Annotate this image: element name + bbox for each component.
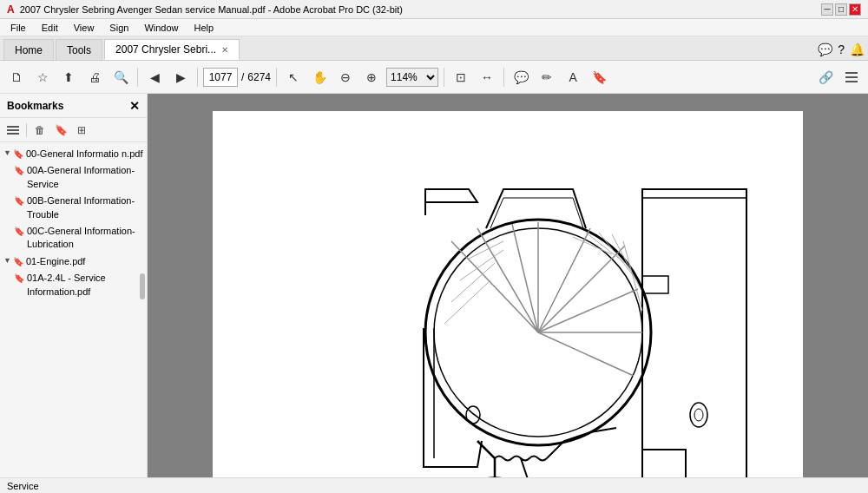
sidebar-expand-button[interactable]: ⊞ [72, 121, 91, 140]
close-button[interactable]: ✕ [849, 3, 861, 16]
sep2 [197, 68, 198, 87]
svg-rect-4 [7, 129, 19, 131]
comment-button[interactable]: 💬 [510, 66, 532, 89]
statusbar-text: Service [7, 481, 39, 491]
sep1 [137, 68, 138, 87]
bookmark-icon-01a: 🔖 [14, 273, 24, 285]
page-number-input[interactable] [203, 68, 238, 87]
bookmarks-list: ▼ 🔖 00-General Informatio n.pdf 🔖 00A-Ge… [0, 142, 147, 493]
bookmark-label-general-info: 00-General Informatio n.pdf [26, 148, 143, 161]
titlebar-text: 2007 Chrysler Sebring Avenger Sedan serv… [20, 4, 403, 15]
menu-window[interactable]: Window [137, 21, 185, 35]
bookmark-icon-00b: 🔖 [14, 195, 24, 207]
sidebar-title: Bookmarks [7, 100, 63, 112]
bookmark-item-00a[interactable]: 🔖 00A-General Information-Service [10, 162, 147, 193]
collapse-arrow-engine[interactable]: ▼ [3, 255, 11, 266]
sidebar-toolbar-sep [26, 123, 27, 137]
menu-view[interactable]: View [67, 21, 102, 35]
bookmark-item-00c[interactable]: 🔖 00C-General Information-Lubrication [10, 223, 147, 253]
bookmark-item-engine[interactable]: ▼ 🔖 01-Engine.pdf [0, 253, 147, 270]
sidebar-collapse-handle[interactable]: ◀ [147, 280, 148, 306]
print-button[interactable]: 🖨 [83, 66, 106, 89]
menu-sign[interactable]: Sign [102, 21, 135, 35]
notifications-icon[interactable]: 🔔 [850, 43, 865, 56]
fit-width-button[interactable]: ↔ [476, 66, 498, 89]
svg-rect-5 [7, 133, 19, 135]
stamp-button[interactable]: 🔖 [588, 66, 610, 89]
tabbar-right: 💬 ? 🔔 [818, 43, 865, 60]
app-icon: A [7, 3, 15, 16]
menu-file[interactable]: File [3, 21, 33, 35]
select-tool-button[interactable]: ↖ [282, 66, 305, 89]
bookmark-label-00a: 00A-General Information-Service [27, 164, 143, 191]
help-icon[interactable]: ? [838, 43, 845, 56]
sep5 [503, 68, 504, 87]
zoom-select[interactable]: 114% 50% 75% 100% 125% 150% 200% [386, 68, 438, 87]
new-document-button[interactable]: 🗋 [5, 66, 28, 89]
draw-button[interactable]: ✏ [536, 66, 558, 89]
attach-button[interactable]: ⬆ [57, 66, 80, 89]
sidebar: Bookmarks ✕ 🗑 🔖 ⊞ ▼ 🔖 00-General Informa… [0, 94, 148, 493]
find-button[interactable]: 🔍 [109, 66, 132, 89]
pdf-viewer-area[interactable]: 9309-47 [148, 94, 868, 493]
page-navigation: / 6274 [203, 68, 271, 87]
toolbar-right: 🔗 [814, 66, 863, 89]
svg-rect-6 [226, 120, 790, 493]
bookmark-folder-icon: 🔖 [13, 148, 23, 161]
bookmark-icon-00a: 🔖 [14, 165, 24, 177]
bookmark-folder-icon-engine: 🔖 [13, 256, 23, 268]
sep3 [276, 68, 277, 87]
tab-close-button[interactable]: ✕ [221, 45, 228, 55]
tab-tools[interactable]: Tools [56, 39, 102, 60]
sidebar-menu-button[interactable] [3, 121, 23, 140]
pdf-illustration: 9309-47 [226, 120, 790, 493]
bookmark-label-00c: 00C-General Information-Lubrication [27, 225, 143, 252]
titlebar: A 2007 Chrysler Sebring Avenger Sedan se… [0, 0, 868, 19]
menu-edit[interactable]: Edit [35, 21, 65, 35]
page-total: 6274 [247, 71, 271, 83]
titlebar-controls[interactable]: ─ □ ✕ [821, 3, 861, 16]
tab-home[interactable]: Home [3, 39, 54, 60]
sidebar-scrollbar-thumb[interactable] [140, 273, 145, 299]
main-content: Bookmarks ✕ 🗑 🔖 ⊞ ▼ 🔖 00-General Informa… [0, 94, 868, 493]
sidebar-delete-button[interactable]: 🗑 [30, 121, 49, 140]
bookmark-label-engine: 01-Engine.pdf [26, 255, 86, 268]
svg-rect-0 [845, 72, 858, 74]
maximize-button[interactable]: □ [835, 3, 847, 16]
fit-page-button[interactable]: ⊡ [450, 66, 472, 89]
zoom-in-button[interactable]: ⊕ [360, 66, 383, 89]
bookmark-icon-00c: 🔖 [14, 226, 24, 238]
hand-tool-button[interactable]: ✋ [308, 66, 331, 89]
zoom-out-button[interactable]: ⊖ [334, 66, 357, 89]
bookmark-item-01a[interactable]: 🔖 01A-2.4L - Service Information.pdf [10, 270, 147, 300]
menubar: File Edit View Sign Window Help [0, 19, 868, 36]
tab-tools-label: Tools [67, 44, 91, 56]
sidebar-left-icons[interactable] [840, 66, 863, 89]
svg-rect-1 [845, 76, 858, 78]
bookmark-item-general-info[interactable]: ▼ 🔖 00-General Informatio n.pdf [0, 146, 147, 162]
minimize-button[interactable]: ─ [821, 3, 833, 16]
comments-icon[interactable]: 💬 [818, 43, 832, 56]
statusbar: Service [0, 477, 868, 493]
toolbar: 🗋 ☆ ⬆ 🖨 🔍 ◀ ▶ / 6274 ↖ ✋ ⊖ ⊕ 114% 50% 75… [0, 61, 868, 94]
highlight-button[interactable]: A [562, 66, 584, 89]
tab-document[interactable]: 2007 Chrysler Sebri... ✕ [104, 39, 240, 60]
bookmark-label-01a: 01A-2.4L - Service Information.pdf [27, 272, 143, 299]
bookmark-star-button[interactable]: ☆ [31, 66, 54, 89]
menu-help[interactable]: Help [187, 21, 221, 35]
page-separator: / [241, 71, 244, 83]
sidebar-toolbar: 🗑 🔖 ⊞ [0, 118, 147, 142]
sidebar-close-button[interactable]: ✕ [129, 99, 140, 113]
collapse-arrow-general[interactable]: ▼ [3, 148, 11, 159]
next-view-button[interactable]: ▶ [169, 66, 192, 89]
sidebar-bookmark-button[interactable]: 🔖 [51, 121, 70, 140]
share-button[interactable]: 🔗 [814, 66, 837, 89]
sep4 [444, 68, 444, 87]
sidebar-header: Bookmarks ✕ [0, 94, 147, 118]
tabbar: Home Tools 2007 Chrysler Sebri... ✕ 💬 ? … [0, 36, 868, 61]
pdf-page: 9309-47 [213, 111, 803, 493]
svg-rect-3 [7, 126, 19, 128]
svg-rect-2 [845, 81, 858, 82]
prev-view-button[interactable]: ◀ [143, 66, 166, 89]
bookmark-item-00b[interactable]: 🔖 00B-General Information-Trouble [10, 193, 147, 223]
